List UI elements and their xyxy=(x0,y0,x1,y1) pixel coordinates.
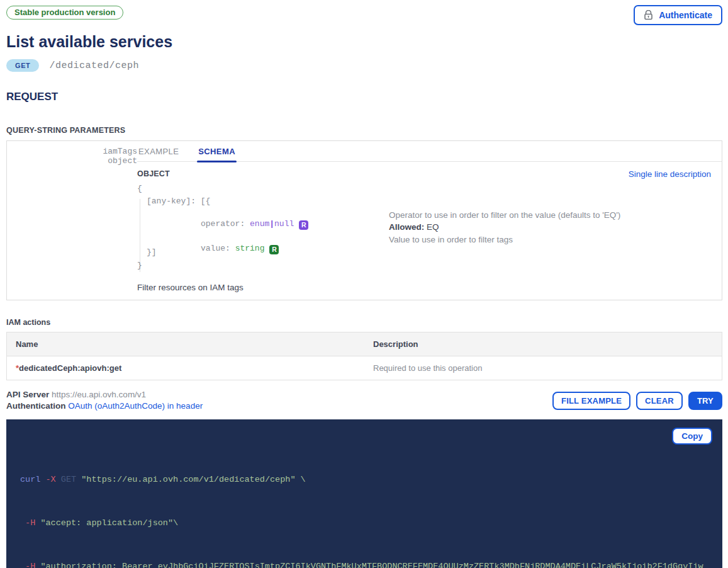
code-value-line: value: stringR xyxy=(152,234,279,264)
code-any-key-line: [any-key]: [{ xyxy=(147,196,210,206)
endpoint-path: /dedicated/ceph xyxy=(49,60,139,71)
tab-example[interactable]: EXAMPLE xyxy=(137,147,180,161)
authentication-line: Authentication OAuth (oAuth2AuthCode) in… xyxy=(6,400,203,412)
object-type-label: OBJECT xyxy=(137,169,170,179)
column-header-name: Name xyxy=(7,332,365,356)
curl-command: curl xyxy=(20,475,46,484)
server-row: API Server https://eu.api.ovh.com/v1 Aut… xyxy=(6,389,722,412)
schema-tabs: EXAMPLE SCHEMA xyxy=(137,141,722,162)
param-box: iamTags object EXAMPLE SCHEMA OBJECT Sin… xyxy=(6,140,722,300)
api-server-line: API Server https://eu.api.ovh.com/v1 xyxy=(6,389,203,400)
api-console-page: Stable production version Authenticate L… xyxy=(0,0,728,568)
operator-type-null: null xyxy=(274,219,294,229)
authentication-label: Authentication xyxy=(6,401,66,411)
api-server-label: API Server xyxy=(6,390,49,399)
value-description: Value to use in order to filter tags xyxy=(389,235,513,244)
request-section-title: REQUEST xyxy=(6,91,722,103)
copy-curl-button[interactable]: Copy xyxy=(672,428,712,445)
code-close-brace: } xyxy=(137,261,142,270)
required-badge-value: R xyxy=(269,245,279,254)
type-separator-pipe: | xyxy=(269,219,274,229)
param-name-column: iamTags object xyxy=(7,141,137,300)
page-title: List available services xyxy=(6,33,722,51)
required-badge-operator: R xyxy=(299,220,308,230)
curl-line-3: -H "authorization: Bearer eyJhbGciOiJFZE… xyxy=(20,559,722,568)
curl-line-1: curl -X GET "https://eu.api.ovh.com/v1/d… xyxy=(20,472,722,487)
curl-method: GET xyxy=(61,475,81,484)
curl-accept-header: "accept: application/json"\ xyxy=(40,518,178,528)
authenticate-button[interactable]: Authenticate xyxy=(634,5,722,25)
operator-description: Operator to use in order to filter on th… xyxy=(389,210,620,220)
column-header-description: Description xyxy=(364,332,722,356)
value-type-string: string xyxy=(235,244,265,253)
allowed-value: EQ xyxy=(424,222,439,232)
iam-action-name: dedicatedCeph:apiovh:get xyxy=(19,363,121,373)
allowed-label: Allowed: xyxy=(389,222,424,232)
curl-h-flag-2: -H xyxy=(20,562,40,568)
top-bar: Stable production version Authenticate xyxy=(6,5,722,29)
api-server-url: https://eu.api.ovh.com/v1 xyxy=(49,390,146,399)
operator-key: operator: xyxy=(201,219,250,229)
curl-url: "https://eu.api.ovh.com/v1/dedicated/cep… xyxy=(81,475,305,484)
version-badge: Stable production version xyxy=(6,6,123,20)
curl-code-block: Copy curl -X GET "https://eu.api.ovh.com… xyxy=(6,419,722,568)
param-description: Filter resources on IAM tags xyxy=(137,283,722,292)
try-button[interactable]: TRY xyxy=(688,392,722,410)
single-line-description-link[interactable]: Single line description xyxy=(629,169,711,179)
operator-type-enum: enum xyxy=(250,219,269,229)
param-name: iamTags xyxy=(7,147,137,156)
tab-schema[interactable]: SCHEMA xyxy=(197,147,237,161)
curl-line-2: -H "accept: application/json"\ xyxy=(20,516,722,530)
param-type: object xyxy=(7,156,137,166)
endpoint-row: GET /dedicated/ceph xyxy=(6,59,722,72)
object-row: OBJECT Single line description xyxy=(137,169,722,179)
value-key: value: xyxy=(201,244,235,253)
iam-action-description: Required to use this operation xyxy=(364,356,722,380)
curl-x-flag: -X xyxy=(46,475,61,484)
oauth-link[interactable]: OAuth (oAuth2AuthCode) in header xyxy=(66,401,203,411)
schema-code: { [any-key]: [{ operator: enum|nullR val… xyxy=(137,184,722,274)
table-header-row: Name Description xyxy=(7,332,722,356)
curl-h-flag-1: -H xyxy=(20,518,40,528)
lock-icon xyxy=(644,10,653,20)
query-params-title: QUERY-STRING PARAMETERS xyxy=(6,126,722,135)
code-open-brace: { xyxy=(137,184,142,193)
fill-example-button[interactable]: FILL EXAMPLE xyxy=(552,392,630,410)
param-content: EXAMPLE SCHEMA OBJECT Single line descri… xyxy=(137,141,722,300)
table-row: *dedicatedCeph:apiovh:get Required to us… xyxy=(7,356,722,380)
allowed-values: Allowed: EQ xyxy=(389,222,439,232)
iam-actions-title: IAM actions xyxy=(6,318,722,327)
curl-authorization-header: "authorization: Bearer eyJhbGciOiJFZERTQ… xyxy=(40,562,703,568)
action-buttons: FILL EXAMPLE CLEAR TRY xyxy=(552,392,722,410)
authenticate-label: Authenticate xyxy=(659,10,712,20)
clear-button[interactable]: CLEAR xyxy=(636,392,683,410)
code-close-inner: }] xyxy=(147,247,157,257)
server-info: API Server https://eu.api.ovh.com/v1 Aut… xyxy=(6,389,203,412)
iam-actions-table: Name Description *dedicatedCeph:apiovh:g… xyxy=(6,332,722,380)
http-method-badge: GET xyxy=(6,59,39,72)
